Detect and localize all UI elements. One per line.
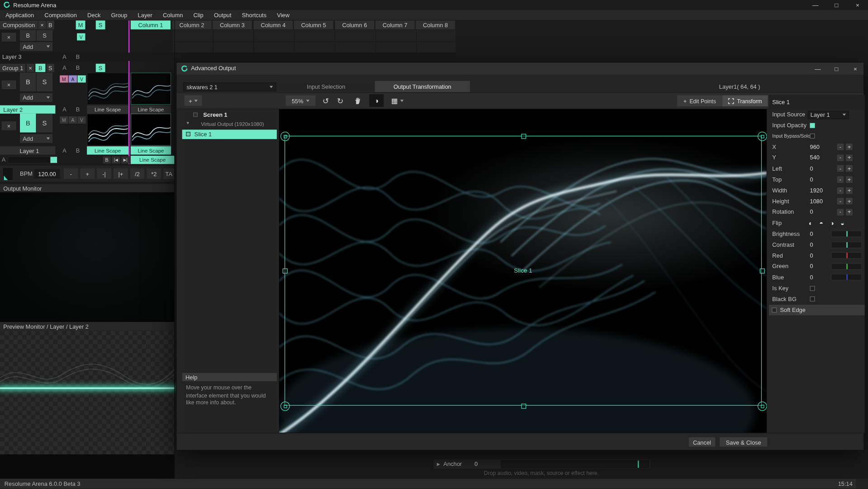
add-slice-button[interactable]: + — [185, 96, 202, 106]
layer1-a-label[interactable]: A — [62, 147, 66, 153]
layer1-a-toggle[interactable]: A — [69, 116, 77, 124]
slice-handle-top-left[interactable] — [280, 132, 290, 141]
layer3-b-label[interactable]: B — [76, 53, 80, 60]
decrement-button[interactable]: - — [837, 176, 844, 183]
menu-application[interactable]: Application — [5, 12, 34, 19]
decrement-button[interactable]: - — [837, 187, 844, 194]
composition-clear-button[interactable]: × — [38, 20, 46, 29]
brightness-value[interactable]: 0 — [810, 229, 813, 240]
undo-button[interactable]: ↺ — [319, 95, 332, 106]
layer1-solo-button[interactable]: S — [37, 114, 52, 133]
tree-item-virtual-output[interactable]: ▾ Virtual Output (1920x1080) — [182, 120, 277, 128]
decrement-button[interactable]: - — [837, 144, 844, 150]
preset-dropdown[interactable]: skwares 2 1 — [183, 82, 276, 91]
cancel-button[interactable]: Cancel — [689, 437, 716, 447]
increment-button[interactable]: + — [846, 144, 853, 150]
black-bg-checkbox[interactable] — [810, 297, 815, 302]
bpm-double-button[interactable]: *2 — [147, 168, 161, 179]
blue-value[interactable]: 0 — [810, 272, 813, 283]
tab-output-transformation[interactable]: Output Transformation — [375, 81, 470, 92]
transform-button[interactable]: Transform — [722, 96, 768, 106]
menu-layer[interactable]: Layer — [138, 12, 152, 19]
column-2-header[interactable]: Column 2 — [172, 20, 212, 29]
group1-s-toggle[interactable]: S — [96, 64, 105, 72]
top-value[interactable]: 0 — [810, 174, 813, 185]
brightness-slider[interactable] — [831, 230, 862, 237]
flip-both-icon[interactable]: ◒ — [840, 220, 844, 227]
decrement-button[interactable]: - — [837, 165, 844, 172]
layer3-bar[interactable]: Layer 3 A B — [0, 53, 455, 61]
pan-hand-button[interactable] — [351, 95, 365, 106]
layer2-clear-button[interactable]: × — [2, 80, 16, 89]
red-slider[interactable] — [831, 252, 862, 259]
resize-grip[interactable] — [856, 479, 868, 489]
red-value[interactable]: 0 — [810, 250, 813, 261]
bpm-nudge-down-button[interactable]: -| — [97, 168, 111, 179]
menu-composition[interactable]: Composition — [44, 12, 76, 19]
column-7-header[interactable]: Column 7 — [375, 20, 415, 29]
group1-button[interactable]: Group 1 — [0, 64, 25, 72]
dialog-minimize-button[interactable]: — — [807, 62, 828, 75]
layer1-bypass-button[interactable]: B — [20, 114, 36, 133]
contrast-value[interactable]: 0 — [810, 240, 813, 250]
layer2-clip-name[interactable]: Line Scape — [87, 105, 128, 114]
layer3-solo-button[interactable]: S — [37, 30, 52, 41]
group1-solo-button[interactable]: S — [47, 64, 54, 72]
composition-button[interactable]: Composition — [0, 20, 38, 29]
layer2-m-toggle[interactable]: M — [60, 75, 68, 82]
contrast-slider[interactable] — [831, 241, 862, 248]
menu-clip[interactable]: Clip — [194, 12, 204, 19]
grid-options-button[interactable]: ▦ — [387, 95, 408, 106]
layer3-v-toggle[interactable]: V — [77, 33, 85, 40]
group1-a-label[interactable]: A — [62, 64, 66, 71]
decrement-button[interactable]: - — [837, 209, 844, 216]
layer2-b-label[interactable]: B — [76, 106, 80, 113]
slice-selection-rect[interactable]: Slice 1 — [285, 136, 762, 406]
tree-item-slice1[interactable]: Slice 1 — [182, 129, 277, 139]
zoom-dropdown[interactable]: 55% — [286, 96, 316, 106]
expand-caret-icon[interactable]: ▶ — [437, 462, 440, 467]
maximize-button[interactable]: □ — [826, 0, 847, 10]
layer2-name-bar[interactable]: Layer 2 — [0, 105, 55, 114]
menu-view[interactable]: View — [277, 12, 289, 19]
increment-button[interactable]: + — [846, 176, 853, 183]
width-value[interactable]: 1920 — [810, 185, 823, 196]
layer3-blend-dropdown[interactable]: Add — [20, 42, 52, 51]
column-1-header[interactable]: Column 1 — [131, 20, 171, 29]
slice-handle-bottom-right[interactable] — [758, 402, 767, 411]
slice-handle-right[interactable] — [760, 268, 765, 273]
slice-handle-bottom[interactable] — [521, 404, 526, 409]
layer1-m-toggle[interactable]: M — [60, 116, 68, 124]
edit-points-button[interactable]: +Edit Points — [677, 96, 722, 106]
rotation-value[interactable]: 0 — [810, 207, 813, 218]
bpm-nudge-up-button[interactable]: |+ — [114, 168, 128, 179]
crossfader-slider[interactable] — [8, 156, 57, 163]
layer1-clip-thumbnail[interactable] — [87, 114, 128, 146]
bpm-decrease-button[interactable]: - — [64, 168, 78, 179]
layer2-a-label[interactable]: A — [62, 106, 66, 113]
redo-button[interactable]: ↻ — [334, 95, 346, 106]
column-6-header[interactable]: Column 6 — [335, 20, 374, 29]
save-close-button[interactable]: Save & Close — [720, 437, 767, 447]
layer1-name-bar[interactable]: Layer 1 — [0, 146, 55, 154]
layer1-v-toggle[interactable]: V — [77, 116, 85, 124]
slice-handle-bottom-left[interactable] — [280, 402, 290, 411]
anchor-slider[interactable] — [501, 460, 650, 468]
column-8-header[interactable]: Column 8 — [416, 20, 455, 29]
crossfader-b-button[interactable]: B — [103, 156, 111, 163]
tab-input-selection[interactable]: Input Selection — [279, 81, 374, 92]
x-value[interactable]: 960 — [810, 142, 820, 153]
slice-handle-top[interactable] — [521, 134, 526, 139]
bpm-half-button[interactable]: /2 — [130, 168, 145, 179]
layer1-clip-name[interactable]: Line Scape — [87, 146, 128, 154]
increment-button[interactable]: + — [846, 187, 853, 194]
bpm-increase-button[interactable]: + — [80, 168, 95, 179]
menu-column[interactable]: Column — [163, 12, 183, 19]
bpm-tap-button[interactable]: TA — [163, 168, 174, 179]
y-value[interactable]: 540 — [810, 153, 820, 163]
layer2-solo-button[interactable]: S — [37, 72, 52, 91]
group1-b-label[interactable]: B — [76, 64, 80, 71]
composition-bypass-button[interactable]: B — [47, 20, 54, 29]
bypass-checkbox[interactable] — [810, 134, 815, 139]
dialog-title-bar[interactable]: Advanced Output — □ × — [176, 62, 863, 75]
